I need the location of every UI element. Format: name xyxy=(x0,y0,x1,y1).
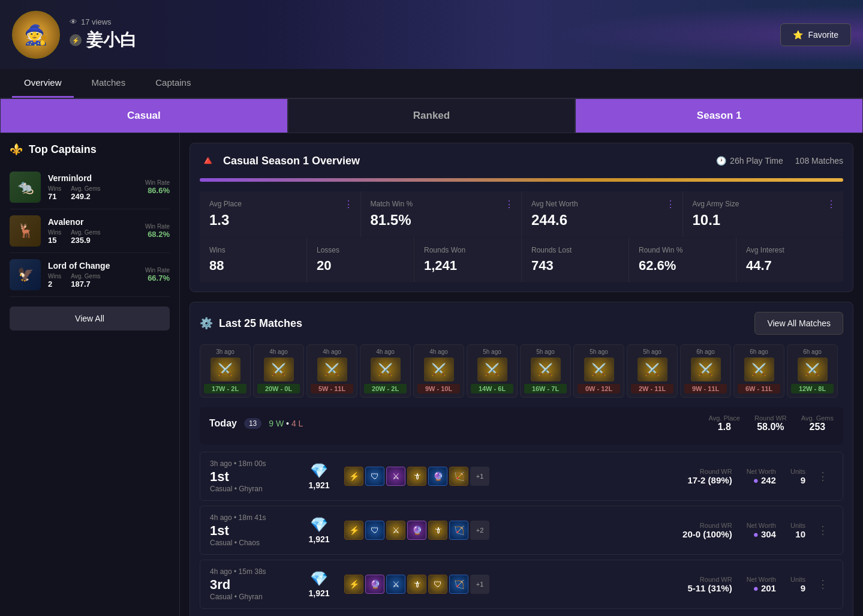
tab-overview[interactable]: Overview xyxy=(12,69,74,98)
match-gems-0: 💎 1,921 xyxy=(301,462,337,490)
match-icon-5: ⚔️ xyxy=(477,357,507,381)
eye-icon: 👁 xyxy=(70,17,77,26)
captain-info-lord: Lord of Change Wins 2 Avg. Gems 187.7 xyxy=(48,261,138,289)
stat-avg-place: Avg Place 1.3 ⋮ xyxy=(200,191,360,237)
captain-item-avalenor[interactable]: 🦌 Avalenor Wins 15 Avg. Gems 235.9 Win R… xyxy=(10,209,170,253)
winrate-group-avalenor: Win Rate 68.2% xyxy=(145,223,170,239)
match-icon-8: ⚔️ xyxy=(638,357,667,381)
match-icon-2: ⚔️ xyxy=(317,357,347,381)
match-icon-3: ⚔️ xyxy=(371,357,401,381)
today-avg-gems: Avg. Gems 253 xyxy=(801,414,834,432)
match-more-button-0[interactable]: ⋮ xyxy=(813,467,833,485)
match-units-1: ⚡ 🛡 ⚔ 🔮 🗡 🏹 +2 xyxy=(344,521,675,540)
captain-item-lord[interactable]: 🦅 Lord of Change Wins 2 Avg. Gems 187.7 … xyxy=(10,253,170,297)
overview-icon: 🔺 xyxy=(200,153,216,169)
timeline-card-10[interactable]: 6h ago ⚔️ 6W - 11L xyxy=(733,344,784,398)
mode-tab-casual[interactable]: Casual xyxy=(0,98,288,133)
tab-captains[interactable]: Captains xyxy=(143,69,203,98)
match-more-button-2[interactable]: ⋮ xyxy=(813,575,833,593)
username: ⚡ 姜小白 xyxy=(70,29,137,52)
units-stat-0: Units 9 xyxy=(790,468,805,485)
overview-card: 🔺 Casual Season 1 Overview 🕐 26h Play Ti… xyxy=(190,143,853,292)
winrate-group-verminlord: Win Rate 86.6% xyxy=(145,179,170,195)
wins-count: 9 W xyxy=(269,419,284,428)
match-row-2[interactable]: 4h ago • 15m 38s 3rd Casual • Ghyran 💎 1… xyxy=(200,560,843,609)
mode-tabs: Casual Ranked Season 1 xyxy=(0,98,863,133)
sidebar: ⚜️ Top Captains 🐀 Verminlord Wins 71 Avg… xyxy=(0,133,180,616)
stat-wins: Wins 88 xyxy=(200,238,306,282)
stat-rounds-won: Rounds Won 1,241 xyxy=(414,238,521,282)
timeline-card-11[interactable]: 6h ago ⚔️ 12W - 8L xyxy=(787,344,838,398)
match-icon-0: ⚔️ xyxy=(211,357,240,381)
timeline-card-4[interactable]: 4h ago ⚔️ 9W - 10L xyxy=(413,344,464,398)
timeline-card-8[interactable]: 5h ago ⚔️ 2W - 11L xyxy=(627,344,678,398)
timeline-card-7[interactable]: 5h ago ⚔️ 0W - 12L xyxy=(573,344,624,398)
unit-icon-r3-3: 🗡 xyxy=(407,575,426,594)
stat-menu-2[interactable]: ⋮ xyxy=(666,199,675,210)
gems-group: Avg. Gems 235.9 xyxy=(71,229,100,245)
tab-matches[interactable]: Matches xyxy=(80,69,138,98)
match-more-button-1[interactable]: ⋮ xyxy=(813,521,833,539)
stat-army-size: Avg Army Size 10.1 ⋮ xyxy=(683,191,844,237)
gems-group: Avg. Gems 249.2 xyxy=(71,185,100,201)
captain-item-verminlord[interactable]: 🐀 Verminlord Wins 71 Avg. Gems 249.2 Win… xyxy=(10,166,170,209)
match-gems-2: 💎 1,921 xyxy=(301,570,337,598)
favorite-button[interactable]: ⭐ Favorite xyxy=(780,23,851,46)
matches-title: ⚙️ Last 25 Matches xyxy=(200,317,302,330)
timeline-card-5[interactable]: 5h ago ⚔️ 14W - 6L xyxy=(467,344,518,398)
stat-menu-1[interactable]: ⋮ xyxy=(504,199,514,210)
unit-icon-1: 🛡 xyxy=(365,467,384,486)
match-row-stats-0: Round WR 17-2 (89%) Net Worth ● 242 Unit… xyxy=(687,468,805,485)
sidebar-title: ⚜️ Top Captains xyxy=(10,143,170,156)
round-wr-stat-0: Round WR 17-2 (89%) xyxy=(687,468,732,485)
round-wr-stat-1: Round WR 20-0 (100%) xyxy=(682,522,732,539)
header-info: 👁 17 views ⚡ 姜小白 xyxy=(70,17,137,52)
matches-header: ⚙️ Last 25 Matches View All Matches xyxy=(200,312,843,335)
view-all-matches-button[interactable]: View All Matches xyxy=(754,312,843,335)
header: 🧙 👁 17 views ⚡ 姜小白 ⭐ Favorite xyxy=(0,0,863,69)
timeline-card-3[interactable]: 4h ago ⚔️ 20W - 2L xyxy=(360,344,411,398)
match-gems-1: 💎 1,921 xyxy=(301,516,337,544)
wins-group: Wins 15 xyxy=(48,229,61,245)
unit-icon-r2-1: 🛡 xyxy=(365,521,384,540)
views-row: 👁 17 views xyxy=(70,17,137,26)
match-row-info-2: 4h ago • 15m 38s 3rd Casual • Ghyran xyxy=(210,567,294,601)
separator: • xyxy=(286,419,291,428)
favorite-label: Favorite xyxy=(808,30,838,40)
mode-tab-season[interactable]: Season 1 xyxy=(575,98,863,133)
stat-losses: Losses 20 xyxy=(307,238,414,282)
stat-round-wr: Round Win % 62.6% xyxy=(629,238,736,282)
timeline-card-2[interactable]: 4h ago ⚔️ 5W - 11L xyxy=(306,344,357,398)
match-row-0[interactable]: 3h ago • 18m 00s 1st Casual • Ghyran 💎 1… xyxy=(200,452,843,501)
today-round-wr: Round WR 58.0% xyxy=(754,414,787,432)
unit-icon-0: ⚡ xyxy=(344,467,363,486)
timeline-card-0[interactable]: 3h ago ⚔️ 17W - 2L xyxy=(200,344,251,398)
unit-icon-r3-2: ⚔ xyxy=(386,575,405,594)
matches-meta: 108 Matches xyxy=(795,156,843,166)
timeline-card-1[interactable]: 4h ago ⚔️ 20W - 0L xyxy=(253,344,304,398)
captain-avatar-verminlord: 🐀 xyxy=(10,172,41,203)
stat-menu-3[interactable]: ⋮ xyxy=(826,199,836,210)
match-icon-7: ⚔️ xyxy=(584,357,614,381)
match-row-info-0: 3h ago • 18m 00s 1st Casual • Ghyran xyxy=(210,459,294,493)
captain-info-avalenor: Avalenor Wins 15 Avg. Gems 235.9 xyxy=(48,217,138,245)
stat-menu-0[interactable]: ⋮ xyxy=(344,199,353,210)
timeline-card-6[interactable]: 5h ago ⚔️ 16W - 7L xyxy=(520,344,571,398)
main-content: ⚜️ Top Captains 🐀 Verminlord Wins 71 Avg… xyxy=(0,133,863,616)
mode-tab-ranked[interactable]: Ranked xyxy=(288,98,576,133)
unit-icon-3: 🗡 xyxy=(407,467,426,486)
captains-icon: ⚜️ xyxy=(10,143,23,156)
round-wr-stat-2: Round WR 5-11 (31%) xyxy=(687,576,732,593)
view-all-captains-button[interactable]: View All xyxy=(10,307,170,330)
playtime-meta: 🕐 26h Play Time xyxy=(716,156,783,166)
units-stat-1: Units 10 xyxy=(790,522,805,539)
stat-rounds-lost: Rounds Lost 743 xyxy=(522,238,629,282)
timeline-card-9[interactable]: 6h ago ⚔️ 9W - 11L xyxy=(680,344,731,398)
unit-icon-r2-3: 🔮 xyxy=(407,521,426,540)
unit-icon-r2-2: ⚔ xyxy=(386,521,405,540)
match-row-1[interactable]: 4h ago • 18m 41s 1st Casual • Chaos 💎 1,… xyxy=(200,506,843,555)
views-count: 17 views xyxy=(81,17,112,26)
gem-icon-1: 💎 xyxy=(310,516,328,533)
overview-title: Casual Season 1 Overview xyxy=(223,155,360,167)
wins-group: Wins 2 xyxy=(48,273,61,289)
